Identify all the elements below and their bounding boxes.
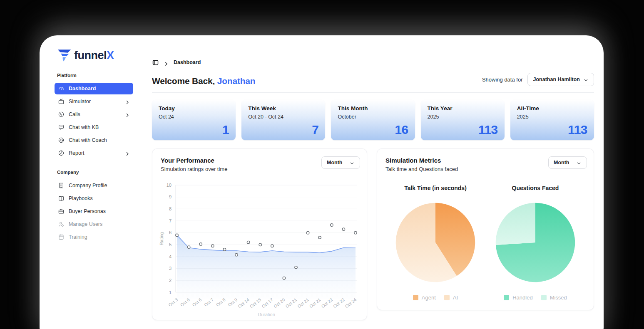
pie-title: Talk Time (in seconds) xyxy=(404,185,467,191)
legend-item-handled: Handled xyxy=(504,294,532,301)
sidebar-item-company-profile[interactable]: Company Profile xyxy=(55,180,133,191)
sidebar-item-chat-with-kb[interactable]: Chat with KB xyxy=(55,121,133,133)
simulator-icon xyxy=(58,98,65,105)
stat-sub: 2025 xyxy=(428,114,498,120)
playbooks-icon xyxy=(58,195,65,202)
sidebar-item-training[interactable]: Training xyxy=(55,231,133,243)
pie-chart-talk-time-in-seconds: Talk Time (in seconds)AgentAI xyxy=(385,185,485,301)
chat-coach-icon xyxy=(58,137,65,143)
legend-item-missed: Missed xyxy=(541,294,567,301)
svg-text:3: 3 xyxy=(169,266,172,271)
svg-text:Oct 17: Oct 17 xyxy=(261,297,274,309)
manage-users-icon xyxy=(58,221,65,228)
sidebar-item-label: Report xyxy=(69,150,125,156)
stat-card-this-year: This Year2025113 xyxy=(421,100,505,140)
pie-svg xyxy=(394,201,477,284)
user-select[interactable]: Jonathan Hamilton xyxy=(527,73,594,86)
training-icon xyxy=(58,234,65,240)
stat-title: Today xyxy=(159,105,229,111)
sidebar-item-simulator[interactable]: Simulator xyxy=(55,96,133,107)
legend-swatch xyxy=(504,295,509,300)
metrics-period-select[interactable]: Month xyxy=(548,156,587,169)
sidebar-section-label: Platform xyxy=(57,73,133,78)
stat-cards-row: TodayOct 241This WeekOct 20 - Oct 247Thi… xyxy=(152,100,594,140)
sidebar-item-label: Playbooks xyxy=(69,195,130,201)
stat-sub: Oct 24 xyxy=(159,114,229,120)
sidebar-item-label: Buyer Personas xyxy=(69,208,130,214)
sidebar-item-dashboard[interactable]: Dashboard xyxy=(55,83,133,94)
pie-chart-questions-faced: Questions FacedHandledMissed xyxy=(485,185,585,301)
breadcrumb-current[interactable]: Dashboard xyxy=(174,59,201,65)
chevron-down-icon xyxy=(583,77,589,82)
svg-text:Oct 22: Oct 22 xyxy=(320,297,333,309)
sidebar-item-buyer-personas[interactable]: Buyer Personas xyxy=(55,205,133,217)
svg-text:4: 4 xyxy=(169,254,172,259)
stat-value: 113 xyxy=(478,123,498,137)
svg-text:Oct 22: Oct 22 xyxy=(332,297,346,309)
funnel-logo-icon xyxy=(57,49,71,62)
stat-value: 113 xyxy=(568,123,587,137)
stat-card-today: TodayOct 241 xyxy=(152,100,236,140)
metrics-panel: Simulation Metrics Talk time and Questio… xyxy=(377,148,594,310)
pie-legend: AgentAI xyxy=(413,294,458,301)
sidebar-item-label: Company Profile xyxy=(69,183,130,188)
sidebar-nav: PlatformDashboardSimulatorCallsChat with… xyxy=(55,73,133,243)
stat-value: 7 xyxy=(312,123,318,137)
svg-text:7: 7 xyxy=(169,218,172,223)
stat-value: 1 xyxy=(222,123,229,137)
performance-panel: Your Performance Simulation ratings over… xyxy=(152,148,367,320)
company-profile-icon xyxy=(58,182,65,189)
chevron-right-icon xyxy=(125,99,130,104)
sidebar-item-chat-with-coach[interactable]: Chat with Coach xyxy=(55,134,133,146)
pie-legend: HandledMissed xyxy=(504,294,567,301)
stat-card-this-month: This MonthOctober16 xyxy=(331,100,415,140)
sidebar: funnelX PlatformDashboardSimulatorCallsC… xyxy=(40,35,140,329)
report-icon xyxy=(58,150,65,156)
stat-title: This Week xyxy=(248,105,318,111)
svg-text:Rating: Rating xyxy=(159,232,164,245)
chevron-right-icon xyxy=(125,151,130,156)
svg-text:Oct 21: Oct 21 xyxy=(296,297,310,309)
performance-period-select[interactable]: Month xyxy=(321,156,360,169)
svg-text:9: 9 xyxy=(169,194,172,199)
stat-title: This Month xyxy=(338,105,408,111)
sidebar-item-label: Dashboard xyxy=(69,86,130,92)
svg-text:2: 2 xyxy=(169,278,172,283)
svg-text:Oct 20: Oct 20 xyxy=(273,297,286,309)
stat-sub: October xyxy=(338,114,408,120)
welcome-user-name: Jonathan xyxy=(217,76,256,86)
legend-swatch xyxy=(444,295,450,300)
sidebar-item-report[interactable]: Report xyxy=(55,147,133,159)
breadcrumb: Dashboard xyxy=(152,59,594,66)
stat-card-all-time: All-Time2025113 xyxy=(510,100,594,140)
chevron-down-icon xyxy=(349,160,355,166)
legend-item-agent: Agent xyxy=(413,294,436,301)
sidebar-item-label: Chat with KB xyxy=(69,124,130,130)
stat-sub: 2025 xyxy=(517,114,587,120)
calls-icon xyxy=(58,111,65,118)
sidebar-item-label: Calls xyxy=(69,111,125,117)
legend-swatch xyxy=(413,295,418,300)
sidebar-item-label: Training xyxy=(69,234,130,240)
chevron-right-icon xyxy=(125,112,130,117)
app-window: funnelX PlatformDashboardSimulatorCallsC… xyxy=(40,35,604,329)
sidebar-item-manage-users[interactable]: Manage Users xyxy=(55,218,133,230)
main-content: Dashboard Welcome Back, Jonathan Showing… xyxy=(140,35,604,329)
svg-text:Oct 24: Oct 24 xyxy=(344,297,357,309)
sidebar-item-playbooks[interactable]: Playbooks xyxy=(55,193,133,204)
sidebar-item-calls[interactable]: Calls xyxy=(55,109,133,120)
sidebar-item-label: Simulator xyxy=(69,99,125,104)
stat-title: All-Time xyxy=(517,105,587,111)
svg-text:Oct 21: Oct 21 xyxy=(284,297,298,309)
legend-item-ai: AI xyxy=(444,294,458,301)
sidebar-item-label: Chat with Coach xyxy=(69,137,130,143)
svg-text:Oct 14: Oct 14 xyxy=(237,297,250,309)
svg-text:10: 10 xyxy=(167,183,172,188)
page-title: Welcome Back, Jonathan xyxy=(152,76,255,86)
legend-swatch xyxy=(541,295,547,300)
ratings-line-chart: 12345678910Oct 3Oct 6Oct 6Oct 7Oct 8Oct … xyxy=(152,178,368,321)
header-divider xyxy=(152,92,594,93)
svg-text:8: 8 xyxy=(169,206,172,211)
breadcrumb-chevron-icon xyxy=(164,60,169,65)
panel-toggle-icon[interactable] xyxy=(152,59,159,66)
